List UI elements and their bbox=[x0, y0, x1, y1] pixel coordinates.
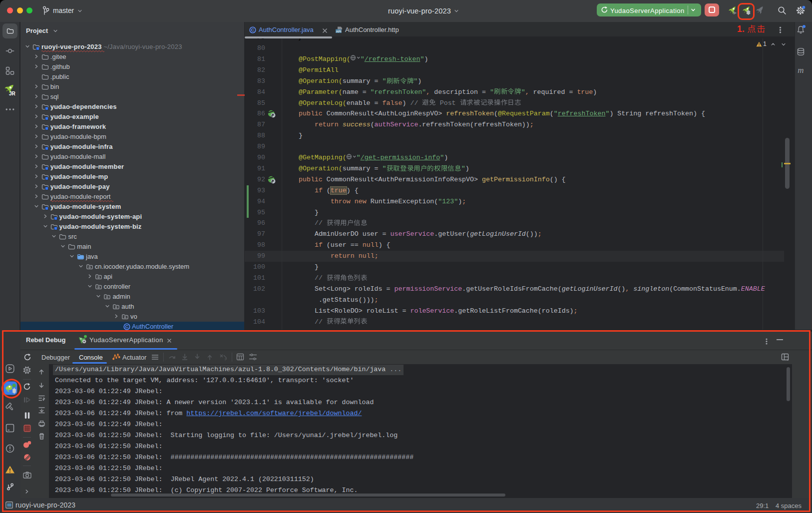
svg-text:API: API bbox=[336, 29, 342, 33]
svg-text:C: C bbox=[125, 324, 129, 329]
svg-text:JR: JR bbox=[9, 91, 16, 96]
svg-text:C: C bbox=[251, 27, 255, 32]
